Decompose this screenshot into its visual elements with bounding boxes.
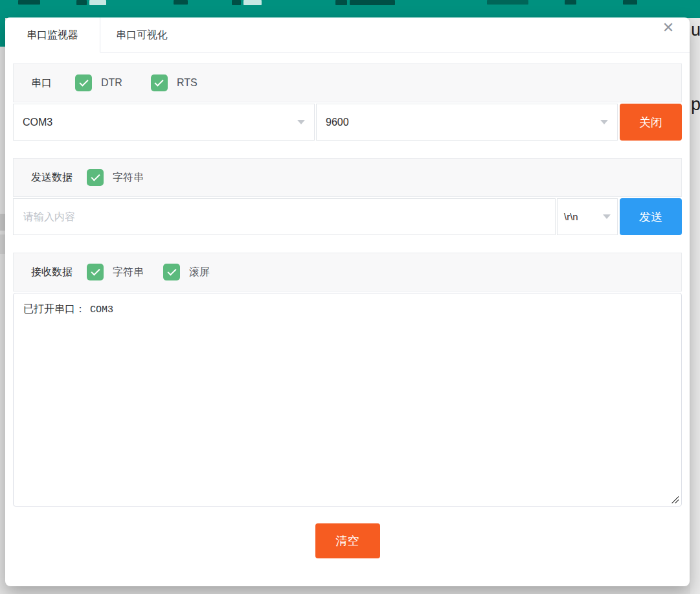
tab-label: 串口监视器 [27, 29, 78, 42]
output-message: 已打开串口： [23, 303, 85, 314]
baud-select[interactable]: 9600 [316, 104, 618, 141]
toolbar-item-fragment [623, 0, 637, 5]
dtr-checkbox[interactable] [75, 74, 92, 91]
chevron-down-icon [603, 214, 611, 219]
line-ending-select[interactable]: \r\n [557, 198, 618, 235]
tab-label: 串口可视化 [116, 29, 168, 42]
clipped-text-fragment: u [691, 20, 700, 40]
check-icon [91, 266, 100, 275]
baud-select-value: 9600 [326, 117, 595, 128]
background-fragment [0, 234, 5, 254]
close-port-button[interactable]: 关闭 [620, 104, 682, 141]
toolbar-item-fragment [565, 0, 576, 5]
receive-string-checkbox[interactable] [87, 264, 104, 280]
output-port-name: COM3 [90, 304, 113, 315]
toolbar-item-fragment [89, 0, 106, 5]
serial-port-row: COM3 9600 关闭 [13, 104, 682, 141]
background-toolbar-edge [0, 0, 5, 47]
send-string-checkbox[interactable] [87, 169, 104, 186]
rts-checkbox[interactable] [151, 74, 168, 91]
serial-section-header: 串口 DTR RTS [13, 63, 682, 102]
chevron-down-icon [600, 120, 608, 124]
send-button[interactable]: 发送 [620, 198, 682, 235]
receive-string-label: 字符串 [113, 266, 144, 279]
line-ending-value: \r\n [564, 211, 598, 222]
receive-section-header: 接收数据 字符串 滚屏 [13, 253, 682, 291]
close-icon[interactable]: ✕ [660, 19, 677, 36]
toolbar-item-fragment [350, 0, 395, 5]
toolbar-item-fragment [487, 0, 528, 5]
check-icon [155, 77, 164, 86]
send-row: \r\n 发送 [13, 198, 682, 235]
background-toolbar [0, 0, 700, 18]
toolbar-item-fragment [335, 0, 347, 5]
toolbar-item-fragment [243, 0, 262, 5]
tab-serial-monitor[interactable]: 串口监视器 [5, 17, 100, 52]
scroll-checkbox[interactable] [163, 264, 180, 280]
receive-section-title: 接收数据 [31, 266, 73, 279]
toolbar-item-fragment [174, 0, 188, 5]
send-section-header: 发送数据 字符串 [13, 158, 682, 197]
toolbar-item-fragment [76, 0, 87, 5]
dtr-label: DTR [101, 77, 122, 89]
clipped-text-fragment: p [691, 95, 700, 115]
send-input[interactable] [13, 198, 556, 235]
resize-handle[interactable] [670, 495, 679, 503]
background-page-edge: u p [690, 18, 700, 594]
check-icon [91, 172, 100, 181]
background-fragment [0, 214, 5, 231]
check-icon [79, 77, 88, 86]
clear-button-row: 清空 [13, 523, 682, 558]
send-section-title: 发送数据 [31, 171, 73, 185]
port-select-value: COM3 [23, 117, 292, 128]
chevron-down-icon [297, 120, 305, 124]
tab-serial-visualization[interactable]: 串口可视化 [100, 17, 183, 52]
scroll-label: 滚屏 [189, 266, 210, 279]
check-icon [167, 266, 176, 275]
receive-output[interactable]: 已打开串口：COM3 [13, 293, 682, 507]
serial-monitor-dialog: 串口监视器 串口可视化 ✕ 串口 DTR RTS COM3 9600 [5, 17, 690, 586]
toolbar-item-fragment [232, 0, 241, 5]
serial-section-title: 串口 [31, 76, 52, 90]
dialog-tab-bar: 串口监视器 串口可视化 ✕ [5, 17, 690, 52]
port-select[interactable]: COM3 [13, 104, 315, 141]
clear-button[interactable]: 清空 [315, 523, 380, 558]
dialog-content: 串口 DTR RTS COM3 9600 关闭 发送数据 [5, 52, 690, 558]
rts-label: RTS [177, 77, 198, 89]
send-string-label: 字符串 [113, 171, 144, 185]
toolbar-item-fragment [18, 0, 40, 5]
